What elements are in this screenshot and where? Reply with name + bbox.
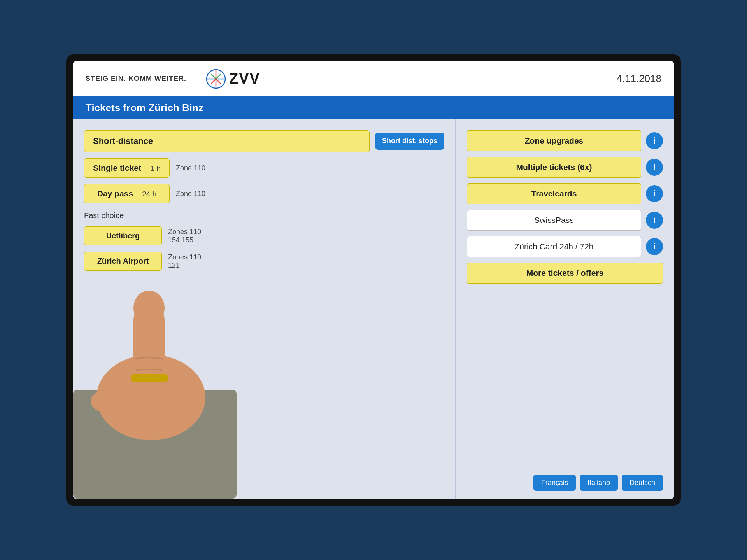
lang-francais-button[interactable]: Français <box>533 475 576 491</box>
uetliberg-row: Uetliberg Zones 110154 155 <box>84 226 444 245</box>
destination-button[interactable]: ...ation <box>84 472 121 491</box>
header-divider <box>196 70 196 88</box>
multiple-tickets-info[interactable]: i <box>646 159 663 176</box>
language-row: Français Italiano Deutsch <box>467 475 663 491</box>
left-panel: Short-distance Short dist. stops Single … <box>73 119 456 499</box>
multiple-tickets-button[interactable]: Multiple tickets (6x) <box>467 157 641 178</box>
travelcards-button[interactable]: Travelcards <box>467 183 641 204</box>
zone-upgrades-row: Zone upgrades i <box>467 130 663 151</box>
title-bar: Tickets from Zürich Binz <box>73 96 674 119</box>
short-distance-row: Short-distance Short dist. stops <box>84 130 444 152</box>
date-display: 4.11.2018 <box>616 73 661 85</box>
zvv-logo: ZVV <box>206 69 260 89</box>
airport-row: Zürich Airport Zones 110121 <box>84 252 444 271</box>
travelcards-row: Travelcards i <box>467 183 663 204</box>
single-ticket-button[interactable]: Single ticket 1 h <box>84 158 170 178</box>
main-content: Short-distance Short dist. stops Single … <box>73 119 674 499</box>
slogan: STEIG EIN. KOMM WEITER. <box>86 75 186 83</box>
single-ticket-zone: Zone 110 <box>176 164 205 172</box>
title-bar-text: Tickets from Zürich Binz <box>86 102 203 114</box>
bottom-action-row: ...ation Other departure i <box>84 472 444 491</box>
single-ticket-row: Single ticket 1 h Zone 110 <box>84 158 444 178</box>
travelcards-info[interactable]: i <box>646 185 663 202</box>
zone-upgrades-button[interactable]: Zone upgrades <box>467 130 641 151</box>
fast-choice-label: Fast choice <box>84 211 444 220</box>
uetliberg-zones: Zones 110154 155 <box>168 228 201 244</box>
zone-upgrades-info[interactable]: i <box>646 132 663 149</box>
lang-italiano-button[interactable]: Italiano <box>580 475 618 491</box>
header: STEIG EIN. KOMM WEITER. ZVV 4.11.2018 <box>73 61 674 96</box>
zurich-card-info[interactable]: i <box>646 238 663 255</box>
airport-zones: Zones 110121 <box>168 253 201 270</box>
short-dist-stops-button[interactable]: Short dist. stops <box>375 133 444 149</box>
swisspass-info[interactable]: i <box>646 212 663 229</box>
info-button-left[interactable]: i <box>197 473 214 490</box>
airport-button[interactable]: Zürich Airport <box>84 252 162 271</box>
lang-deutsch-button[interactable]: Deutsch <box>622 475 663 491</box>
zvv-logo-icon <box>206 69 226 89</box>
swisspass-row: SwissPass i <box>467 210 663 231</box>
day-pass-duration: 24 h <box>142 190 156 198</box>
uetliberg-button[interactable]: Uetliberg <box>84 226 162 245</box>
short-distance-button[interactable]: Short-distance <box>84 130 370 152</box>
more-tickets-row: More tickets / offers <box>467 262 663 284</box>
zurich-card-button[interactable]: Zürich Card 24h / 72h <box>467 236 641 257</box>
other-departure-button[interactable]: Other departure <box>126 472 193 491</box>
day-pass-zone: Zone 110 <box>176 190 205 198</box>
day-pass-button[interactable]: Day pass 24 h <box>84 184 170 203</box>
swisspass-button[interactable]: SwissPass <box>467 210 641 231</box>
right-panel: Zone upgrades i Multiple tickets (6x) i … <box>456 119 674 499</box>
day-pass-row: Day pass 24 h Zone 110 <box>84 184 444 203</box>
single-ticket-duration: 1 h <box>150 164 160 172</box>
multiple-tickets-row: Multiple tickets (6x) i <box>467 157 663 178</box>
more-tickets-button[interactable]: More tickets / offers <box>467 262 663 284</box>
zvv-text: ZVV <box>229 70 260 87</box>
zurich-card-row: Zürich Card 24h / 72h i <box>467 236 663 257</box>
